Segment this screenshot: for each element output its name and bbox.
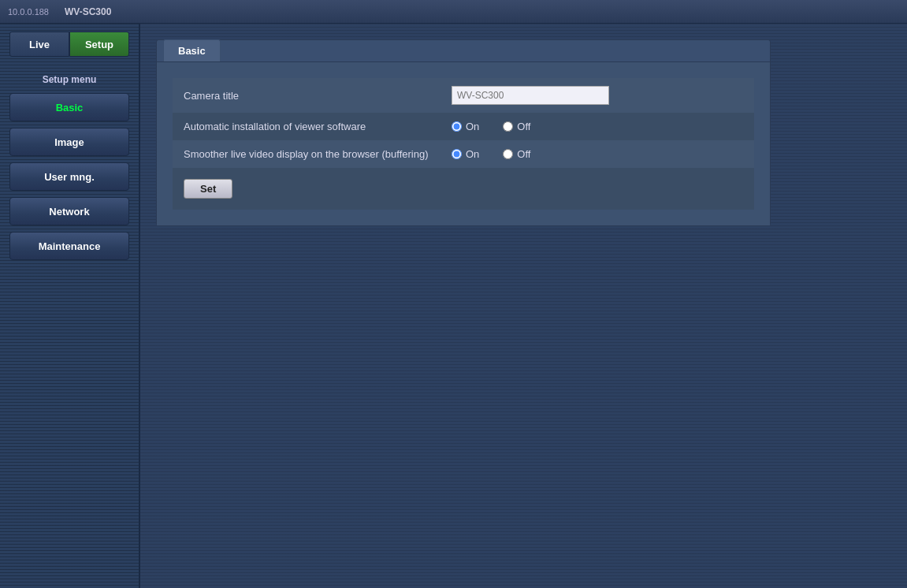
camera-title-value-cell xyxy=(440,78,754,113)
top-bar-title: WV-SC300 xyxy=(65,6,111,17)
sidebar-item-image[interactable]: Image xyxy=(9,128,129,156)
nav-buttons: Live Setup xyxy=(9,32,129,57)
auto-install-label: Automatic installation of viewer softwar… xyxy=(173,113,440,140)
smoother-on-option[interactable]: On xyxy=(452,148,479,160)
smoother-on-radio[interactable] xyxy=(452,149,462,159)
auto-install-on-option[interactable]: On xyxy=(452,121,479,132)
set-button-row: Set xyxy=(173,168,754,210)
panel: Basic Camera title Automatic installatio… xyxy=(156,39,771,226)
smoother-label: Smoother live video display on the brows… xyxy=(173,140,440,168)
sidebar-item-maintenance[interactable]: Maintenance xyxy=(9,232,129,260)
top-bar: 10.0.0.188 WV-SC300 xyxy=(0,0,907,24)
panel-tab: Basic xyxy=(163,39,221,61)
auto-install-off-option[interactable]: Off xyxy=(503,121,530,132)
sidebar-item-network[interactable]: Network xyxy=(9,197,129,225)
auto-install-off-label: Off xyxy=(517,121,530,132)
setup-menu-label: Setup menu xyxy=(9,69,129,93)
live-button[interactable]: Live xyxy=(9,32,69,57)
camera-title-label: Camera title xyxy=(173,78,440,113)
content-area: Basic Camera title Automatic installatio… xyxy=(140,24,907,588)
sidebar: Live Setup Setup menu Basic Image User m… xyxy=(0,24,140,588)
smoother-off-radio[interactable] xyxy=(503,149,513,159)
camera-title-input[interactable] xyxy=(452,86,609,105)
set-button[interactable]: Set xyxy=(184,179,232,199)
smoother-off-option[interactable]: Off xyxy=(503,148,530,160)
panel-body: Camera title Automatic installation of v… xyxy=(157,61,770,225)
form-table: Camera title Automatic installation of v… xyxy=(173,78,754,168)
sidebar-item-basic[interactable]: Basic xyxy=(9,93,129,121)
auto-install-on-radio[interactable] xyxy=(452,121,462,132)
auto-install-on-label: On xyxy=(466,121,479,132)
smoother-row: Smoother live video display on the brows… xyxy=(173,140,754,168)
smoother-radio-group: On Off xyxy=(452,148,743,160)
auto-install-row: Automatic installation of viewer softwar… xyxy=(173,113,754,140)
auto-install-options: On Off xyxy=(440,113,754,140)
top-bar-ip: 10.0.0.188 xyxy=(8,7,49,17)
auto-install-radio-group: On Off xyxy=(452,121,743,132)
setup-button[interactable]: Setup xyxy=(69,32,129,57)
auto-install-off-radio[interactable] xyxy=(503,121,513,132)
smoother-options: On Off xyxy=(440,140,754,168)
sidebar-item-user-mng[interactable]: User mng. xyxy=(9,162,129,191)
main-layout: Live Setup Setup menu Basic Image User m… xyxy=(0,24,907,588)
camera-title-row: Camera title xyxy=(173,78,754,113)
smoother-on-label: On xyxy=(466,148,479,160)
smoother-off-label: Off xyxy=(517,148,530,160)
